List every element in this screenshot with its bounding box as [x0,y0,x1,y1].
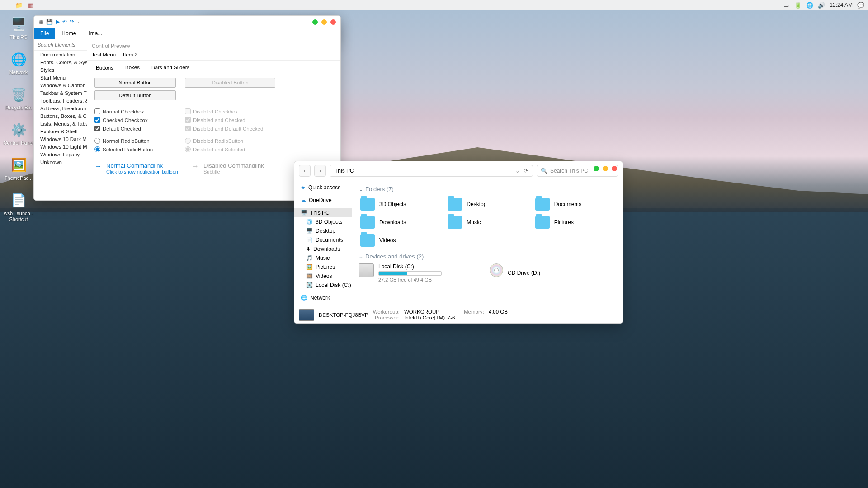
network-icon: 🌐 [9,50,28,69]
close-button[interactable] [612,166,617,171]
nav-sub-item[interactable]: 🎵Music [294,253,352,263]
folder-item[interactable]: Pictures [533,214,616,230]
maximize-button[interactable] [321,19,327,25]
label-memory: Memory: [464,309,484,314]
desktop-icon-control-panel[interactable]: ⚙️ Control Panel [3,120,34,145]
tree-item[interactable]: Fonts, Colors, & System [34,58,87,66]
normal-radio[interactable]: Normal RadioButton [94,138,176,144]
nav-onedrive[interactable]: ☁OneDrive [294,196,352,205]
desktop-icon-themepack[interactable]: 🖼️ ThemePac... [3,155,34,181]
tree-item[interactable]: Windows 10 Dark Mode [34,135,87,143]
normal-commandlink[interactable]: → Normal Commandlink Click to show notif… [94,162,178,174]
monitor-icon [299,309,314,321]
tree-item[interactable]: Address, Breadcrumb, & [34,104,87,112]
file-explorer-window[interactable]: ‹ › This PC ⌄ ⟳ 🔍 Search This PC ★Quick … [294,161,623,324]
desktop-icon-network[interactable]: 🌐 Network [3,50,34,75]
chevron-down-icon: ⌄ [359,186,363,192]
tab-buttons[interactable]: Buttons [91,63,118,72]
normal-checkbox[interactable]: Normal Checkbox [94,108,176,114]
tab-boxes[interactable]: Boxes [120,62,145,72]
network-icon: 🌐 [301,295,307,301]
redo-icon[interactable]: ↷ [70,19,74,25]
item-icon: ⬇ [306,246,311,252]
chevron-down-icon[interactable]: ⌄ [515,168,520,174]
notifications-icon[interactable]: 💬 [857,1,864,9]
nav-sub-item[interactable]: 🖼️Pictures [294,263,352,272]
explorer-icon[interactable]: 📁 [15,1,23,9]
forward-button[interactable]: › [314,165,326,177]
close-button[interactable] [330,19,336,25]
normal-button[interactable]: Normal Button [94,78,176,88]
value-processor: Intel(R) Core(TM) i7-6... [404,315,459,320]
nav-quick-access[interactable]: ★Quick access [294,183,352,192]
shortcut-icon: 📄 [9,191,28,210]
nav-sub-item[interactable]: 📄Documents [294,235,352,244]
ribbon-tab-file[interactable]: File [34,28,55,39]
folder-item[interactable]: Music [446,214,528,230]
tree-item[interactable]: Explorer & Shell [34,127,87,135]
tree-item[interactable]: Documentation [34,51,87,58]
refresh-icon[interactable]: ⟳ [524,168,528,174]
drive-cd[interactable]: CD Drive (D:) [490,263,616,282]
tree-item[interactable]: Taskbar & System Tray [34,89,87,97]
tree-item[interactable]: Windows 10 Light Mode [34,143,87,150]
folder-item[interactable]: Videos [359,232,441,249]
volume-icon[interactable]: 🔊 [818,1,825,9]
folder-item[interactable]: 3D Objects [359,196,441,212]
disabled-checkbox: Disabled Checkbox [185,108,275,114]
nav-sub-item[interactable]: 🧊3D Objects [294,217,352,226]
tree-item[interactable]: Lists, Menus, & Tabs [34,120,87,127]
drive-local-disk[interactable]: Local Disk (C:) 27.2 GB free of 49.4 GB [359,263,485,282]
maximize-button[interactable] [603,166,608,171]
save-icon[interactable]: 💾 [46,19,53,25]
tree-item[interactable]: Toolbars, Headers, & Re [34,97,87,104]
tree-item[interactable]: Start Menu [34,74,87,81]
item-icon: 🖥️ [306,228,313,234]
menu-item[interactable]: Test Menu [92,52,116,57]
folder-item[interactable]: Desktop [446,196,528,212]
search-elements-input[interactable] [34,39,87,51]
tree-item[interactable]: Styles [34,66,87,74]
nav-sub-item[interactable]: 🎞️Videos [294,272,352,281]
folder-item[interactable]: Documents [533,196,616,212]
battery-icon[interactable]: 🔋 [794,1,802,9]
ribbon-tab-home[interactable]: Home [55,28,82,39]
nav-this-pc[interactable]: 🖥️This PC [294,208,352,217]
desktop-icon-shortcut[interactable]: 📄 wsb_launch - Shortcut [3,191,34,221]
nav-sub-item[interactable]: 🖥️Desktop [294,226,352,235]
clock[interactable]: 12:24 AM [830,2,853,8]
tab-bars-sliders[interactable]: Bars and Sliders [146,62,194,72]
folder-item[interactable]: Downloads [359,214,441,230]
default-button[interactable]: Default Button [94,90,176,100]
back-button[interactable]: ‹ [299,165,311,177]
default-checked-checkbox[interactable]: Default Checked [94,126,176,131]
desktop-icon-this-pc[interactable]: 🖥️ This PC [3,14,34,40]
desktop-icon-recycle-bin[interactable]: 🗑️ Recycle Bin [3,85,34,110]
tree-item[interactable]: Windows & Caption But [34,81,87,89]
qat-dropdown-icon[interactable]: ⌄ [77,19,81,25]
minimize-button[interactable] [312,19,318,25]
address-text: This PC [335,168,354,174]
selected-radio[interactable]: Selected RadioButton [94,146,176,152]
tray-icon[interactable]: ▭ [783,1,790,9]
app-icon[interactable]: ▦ [27,1,34,9]
ribbon-tab-image[interactable]: Ima... [82,28,108,39]
tree-item[interactable]: Buttons, Boxes, & Contr [34,112,87,120]
apple-menu-icon[interactable] [4,1,11,9]
play-icon[interactable]: ▶ [56,19,60,25]
chevron-left-icon: ‹ [304,168,306,174]
undo-icon[interactable]: ↶ [62,19,67,25]
tree-item[interactable]: Windows Legacy [34,150,87,158]
section-drives[interactable]: ⌄Devices and drives (2) [359,253,616,260]
nav-sub-item[interactable]: ⬇Downloads [294,244,352,253]
cd-icon [490,263,503,277]
checked-checkbox[interactable]: Checked Checkbox [94,117,176,123]
menu-item[interactable]: Item 2 [123,52,137,57]
tree-item[interactable]: Unknown [34,158,87,166]
section-folders[interactable]: ⌄Folders (7) [359,186,616,192]
minimize-button[interactable] [594,166,599,171]
nav-network[interactable]: 🌐Network [294,293,352,302]
nav-sub-item[interactable]: 💽Local Disk (C:) [294,281,352,290]
address-bar[interactable]: This PC ⌄ ⟳ [330,165,533,177]
network-status-icon[interactable]: 🌐 [806,1,813,9]
